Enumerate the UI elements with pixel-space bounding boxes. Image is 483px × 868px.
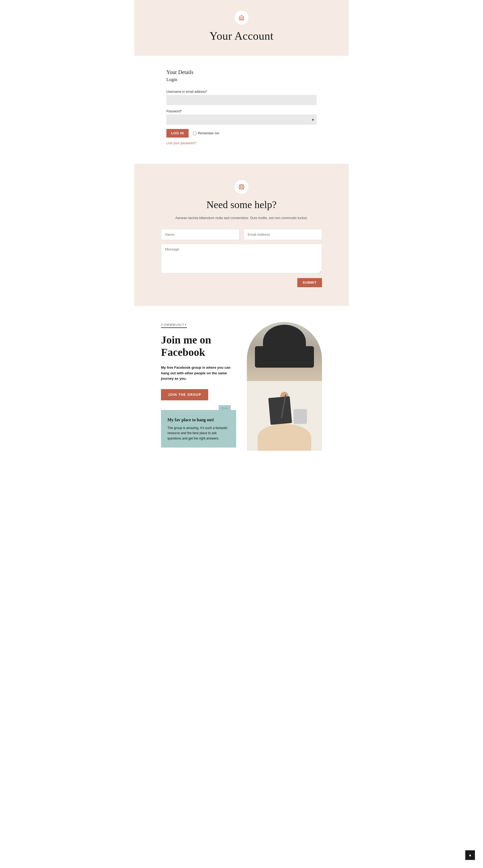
svg-point-1 bbox=[240, 186, 243, 188]
community-section: COMMMUNITY Join me on Facebook My free F… bbox=[134, 306, 349, 472]
help-title: Need some help? bbox=[161, 199, 322, 211]
quote-mark-icon: ”” bbox=[219, 405, 231, 415]
help-icon-circle bbox=[234, 180, 249, 194]
help-message-input[interactable] bbox=[161, 244, 322, 273]
help-section: Need some help? Aenean lacinia bibendum … bbox=[134, 164, 349, 306]
login-button[interactable]: LOG IN bbox=[166, 129, 189, 137]
username-label: Username or email address* bbox=[166, 90, 317, 94]
page-title: Your Account bbox=[140, 30, 343, 42]
login-row: LOG IN Remember me bbox=[166, 129, 317, 137]
remember-checkbox[interactable] bbox=[193, 132, 196, 135]
help-subtitle: Aenean lacinia bibendum nulla sed consec… bbox=[161, 215, 322, 221]
password-wrapper: ▾ bbox=[166, 115, 317, 125]
community-heading: Join me on Facebook bbox=[161, 334, 236, 359]
community-tag: COMMMUNITY bbox=[161, 323, 187, 328]
password-toggle-icon[interactable]: ▾ bbox=[312, 117, 314, 122]
username-group: Username or email address* bbox=[166, 90, 317, 105]
join-group-button[interactable]: JOIN THE GROUP bbox=[161, 389, 208, 400]
hero-header: Your Account bbox=[134, 0, 349, 56]
help-form: SUBMIT bbox=[161, 229, 322, 287]
help-name-email-row bbox=[161, 229, 322, 240]
lifebuoy-icon bbox=[238, 184, 245, 190]
help-submit-row: SUBMIT bbox=[161, 278, 322, 287]
details-section: Your Details Login Username or email add… bbox=[134, 56, 349, 164]
password-label: Password* bbox=[166, 110, 317, 113]
testimonial-text: The group is amazing. It’s such a fantas… bbox=[167, 426, 230, 441]
community-photo bbox=[247, 322, 322, 451]
password-input[interactable] bbox=[166, 115, 317, 125]
username-input[interactable] bbox=[166, 95, 317, 105]
remember-label[interactable]: Remember me bbox=[193, 131, 219, 135]
home-icon bbox=[238, 15, 245, 21]
community-description: My free Facebook group is where you can … bbox=[161, 365, 236, 381]
home-icon-circle bbox=[234, 11, 249, 25]
help-email-input[interactable] bbox=[244, 229, 322, 240]
community-left: COMMMUNITY Join me on Facebook My free F… bbox=[161, 322, 236, 447]
testimonial-title: My fav place to hang out! bbox=[167, 417, 230, 422]
details-heading: Your Details bbox=[166, 69, 317, 75]
submit-button[interactable]: SUBMIT bbox=[297, 278, 322, 287]
password-group: Password* ▾ bbox=[166, 110, 317, 125]
community-right bbox=[247, 322, 322, 451]
lost-password-link[interactable]: Lost your password? bbox=[166, 141, 317, 145]
testimonial-box: ”” My fav place to hang out! The group i… bbox=[161, 410, 236, 447]
login-heading: Login bbox=[166, 77, 317, 82]
help-name-input[interactable] bbox=[161, 229, 239, 240]
